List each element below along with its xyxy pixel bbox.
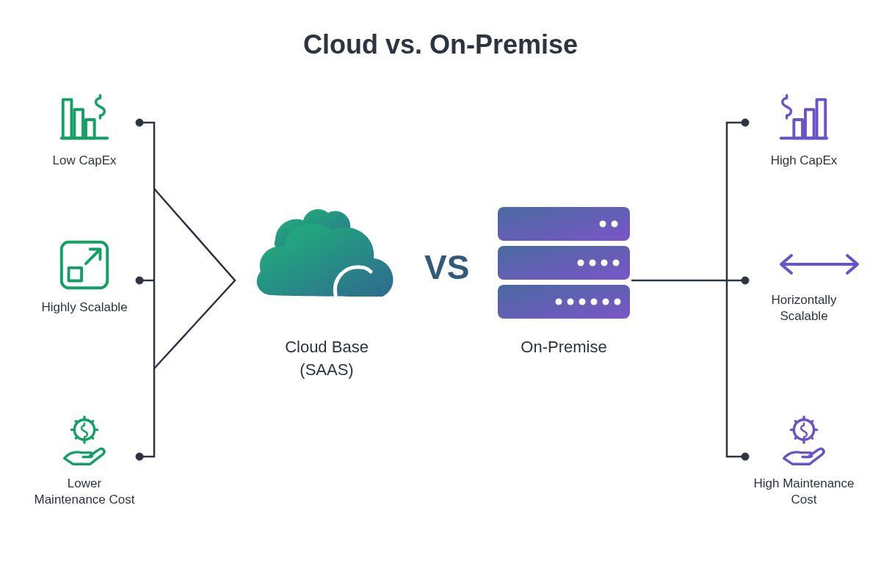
svg-line-49 <box>795 437 797 438</box>
svg-line-48 <box>811 437 813 438</box>
feature-label: High Maintenance Cost <box>753 476 855 508</box>
horizontal-arrows-icon <box>775 250 833 286</box>
feature-label: Highly Scalable <box>33 300 136 316</box>
svg-point-32 <box>568 299 574 305</box>
svg-line-47 <box>795 421 797 423</box>
svg-point-36 <box>614 299 621 305</box>
server-stack-icon <box>490 203 637 327</box>
svg-line-18 <box>76 421 77 423</box>
svg-point-33 <box>579 299 586 305</box>
on-premise-label: On-Premise <box>490 336 637 359</box>
svg-line-50 <box>811 421 813 423</box>
feature-lower-maintenance: Lower Maintenance Cost <box>33 413 136 508</box>
cloud-icon <box>242 200 411 327</box>
cloud-base-label: Cloud Base (SAAS) <box>242 336 411 382</box>
feature-label: Lower Maintenance Cost <box>33 476 136 508</box>
svg-point-28 <box>601 260 608 266</box>
svg-point-24 <box>612 221 618 228</box>
svg-rect-25 <box>498 246 630 280</box>
svg-rect-22 <box>498 207 630 241</box>
svg-point-35 <box>603 299 609 305</box>
svg-rect-38 <box>794 120 802 138</box>
svg-line-20 <box>76 437 77 438</box>
feature-label: Horizontally Scalable <box>753 292 855 324</box>
feature-high-maintenance: High Maintenance Cost <box>753 413 855 508</box>
svg-rect-7 <box>63 100 72 139</box>
feature-low-capex: Low CapEx <box>33 90 136 169</box>
svg-rect-11 <box>69 268 82 281</box>
bar-chart-down-dollar-icon <box>56 90 113 147</box>
feature-label: Low CapEx <box>33 153 136 169</box>
svg-line-19 <box>92 437 93 438</box>
vs-label: VS <box>424 247 469 287</box>
cloud-base-item: Cloud Base (SAAS) <box>242 200 411 382</box>
comparison-diagram: Low CapEx Highly Scalable <box>0 60 881 574</box>
bar-chart-up-dollar-icon <box>775 90 833 147</box>
feature-high-capex: High CapEx <box>753 90 855 169</box>
hand-gear-dollar-icon <box>56 413 113 470</box>
feature-highly-scalable: Highly Scalable <box>33 236 136 316</box>
svg-point-5 <box>742 453 749 460</box>
svg-point-31 <box>556 299 562 305</box>
svg-point-29 <box>613 260 620 266</box>
svg-line-12 <box>86 251 99 264</box>
svg-rect-9 <box>86 120 95 138</box>
svg-point-27 <box>590 260 596 266</box>
svg-rect-39 <box>805 109 814 138</box>
on-premise-item: On-Premise <box>490 203 637 359</box>
feature-label: High CapEx <box>753 153 855 169</box>
svg-rect-40 <box>817 100 826 139</box>
svg-line-21 <box>92 421 93 423</box>
svg-point-4 <box>742 277 749 284</box>
svg-point-34 <box>591 299 598 305</box>
expand-arrow-icon <box>56 236 113 294</box>
svg-point-26 <box>578 260 584 266</box>
svg-rect-30 <box>498 285 630 319</box>
svg-point-23 <box>600 221 606 228</box>
hand-gear-dollar-icon <box>775 413 833 470</box>
svg-rect-8 <box>74 109 83 138</box>
svg-point-3 <box>742 119 749 126</box>
page-title: Cloud vs. On-Premise <box>0 0 881 60</box>
feature-horizontally-scalable: Horizontally Scalable <box>753 250 855 324</box>
